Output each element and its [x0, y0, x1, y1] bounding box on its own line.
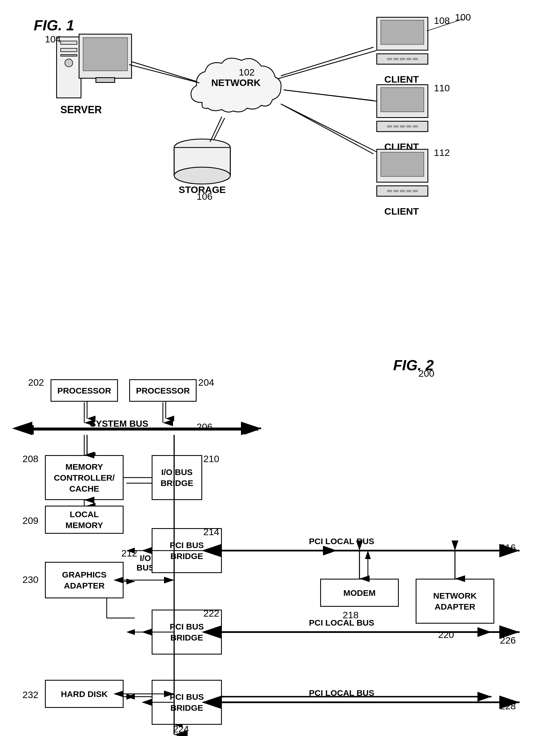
ref-104: 104: [45, 34, 61, 45]
processor-202-box: PROCESSOR: [51, 379, 118, 402]
svg-line-7: [284, 90, 376, 101]
svg-line-6: [278, 51, 376, 79]
svg-line-8: [281, 104, 376, 152]
ref-228: 228: [500, 701, 516, 712]
pci-bus-bridge-3-box: PCI BUS BRIDGE: [152, 680, 222, 725]
processor-204-label: PROCESSOR: [136, 385, 190, 396]
server-label: SERVER: [60, 104, 102, 116]
processor-202-label: PROCESSOR: [57, 385, 111, 396]
graphics-adapter-box: GRAPHICS ADAPTER: [45, 562, 124, 598]
svg-line-74: [284, 90, 374, 101]
memory-controller-box: MEMORY CONTROLLER/ CACHE: [45, 455, 124, 500]
ref-230: 230: [22, 574, 38, 585]
ref-220: 220: [438, 629, 454, 640]
diagram-container: FIG. 1 100 104 SERVER NETWORK 102: [0, 0, 560, 736]
client-112: CLIENT: [371, 149, 432, 205]
ref-204: 204: [198, 377, 214, 388]
system-bus-label: SYSTEM BUS: [90, 419, 148, 429]
ref-212: 212: [121, 548, 137, 559]
ref-106: 106: [197, 191, 213, 202]
io-bus-bridge-label: I/O BUS BRIDGE: [161, 467, 194, 489]
modem-box: MODEM: [320, 579, 399, 607]
ref-209: 209: [22, 515, 38, 526]
processor-204-box: PROCESSOR: [129, 379, 197, 402]
local-memory-label: LOCAL MEMORY: [65, 509, 103, 531]
ref-206: 206: [197, 421, 213, 432]
pci-bus-bridge-3-label: PCI BUS BRIDGE: [170, 691, 204, 713]
pci-bus-bridge-1-label: PCI BUS BRIDGE: [170, 540, 204, 562]
memory-controller-label: MEMORY CONTROLLER/ CACHE: [54, 461, 115, 494]
ref-214: 214: [203, 526, 219, 537]
ref-100: 100: [455, 12, 471, 23]
ref-112: 112: [434, 147, 450, 158]
ref-216: 216: [500, 542, 516, 553]
ref-202: 202: [28, 377, 44, 388]
pci-local-bus-1-label: PCI LOCAL BUS: [309, 537, 374, 546]
network-adapter-label: NETWORK ADAPTER: [433, 590, 477, 612]
server-computer: [56, 28, 135, 107]
network-label: NETWORK: [211, 77, 261, 88]
network-adapter-box: NETWORK ADAPTER: [416, 579, 494, 624]
client-110: CLIENT: [371, 84, 432, 140]
pci-local-bus-2-label: PCI LOCAL BUS: [309, 618, 374, 628]
graphics-adapter-label: GRAPHICS ADAPTER: [62, 569, 106, 591]
hard-disk-label: HARD DISK: [61, 689, 108, 699]
ref-108: 108: [434, 15, 450, 26]
svg-line-75: [281, 104, 374, 154]
ref-232: 232: [22, 689, 38, 700]
ref-200: 200: [418, 368, 434, 379]
local-memory-box: LOCAL MEMORY: [45, 506, 124, 534]
svg-line-73: [281, 47, 374, 76]
client-108-label: CLIENT: [384, 74, 419, 85]
ref-226: 226: [500, 635, 516, 646]
ref-224: 224: [173, 724, 189, 735]
hard-disk-box: HARD DISK: [45, 680, 124, 708]
svg-point-40: [174, 167, 230, 184]
io-bus-bridge-box: I/O BUS BRIDGE: [152, 455, 202, 500]
client-108: CLIENT: [371, 17, 432, 73]
pci-bus-bridge-2-label: PCI BUS BRIDGE: [170, 621, 204, 643]
network-cloud: NETWORK: [185, 52, 286, 119]
ref-222: 222: [203, 608, 219, 619]
storage-cylinder: STORAGE: [166, 135, 239, 191]
ref-102: 102: [239, 67, 255, 78]
modem-label: MODEM: [343, 587, 376, 598]
ref-208: 208: [22, 453, 38, 464]
client-112-label: CLIENT: [384, 206, 419, 217]
pci-local-bus-3-label: PCI LOCAL BUS: [309, 688, 374, 698]
ref-210: 210: [203, 453, 219, 464]
ref-110: 110: [434, 83, 450, 94]
